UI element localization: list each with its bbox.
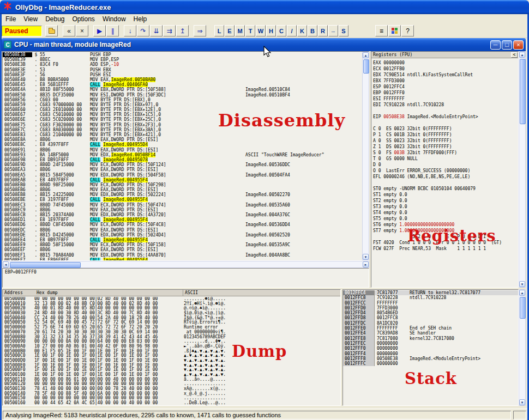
register-line[interactable]: D 0 xyxy=(373,162,518,168)
stack-row[interactable]: 0012FFE87C817080kernel32.7C817080 xyxy=(343,336,518,341)
stack-row[interactable]: 0012FFC87C910228ntdll.7C910228 xyxy=(343,295,518,300)
disasm-row[interactable]: 00508E3E.53PUSH EBX xyxy=(3,68,362,72)
disasm-row[interactable]: 00508E4A.8B1D 88F55000MOV EBX,DWORD PTR … xyxy=(3,87,362,92)
scrollbar-thumb[interactable] xyxy=(520,59,526,124)
disasm-row[interactable]: 00508ED1.E8 1E97F8FFCALL ImageRed.004955… xyxy=(3,217,362,222)
toolbar-letter-k[interactable]: K xyxy=(297,25,307,36)
stack-row[interactable]: 0012FFD48054B6ED xyxy=(343,311,518,315)
disasm-row[interactable]: 00508E50.8B35 DCF35000MOV ESI,DWORD PTR … xyxy=(3,93,362,98)
register-line[interactable]: ST5 empty 0.0 xyxy=(373,216,518,222)
stack-row[interactable]: 0012FFEC00000000 xyxy=(343,341,518,346)
menu-item-file[interactable]: File xyxy=(2,15,20,23)
animate-into-button[interactable]: ⇊ xyxy=(150,25,163,36)
disasm-row[interactable]: 00508E9D.8B0D 24F15000MOV ECX,DWORD PTR … xyxy=(3,162,362,167)
dump-row[interactable]: 0050016000 00 44 65 42 0A 4C 65|40 00 00… xyxy=(3,401,340,405)
register-line[interactable]: O 0 LastErr ERROR_SUCCESS (00000000) xyxy=(373,168,518,174)
disasm-row[interactable]: 00508E45.E8 56B1EFFFCALL ImageRed.00406F… xyxy=(3,82,362,87)
disasm-row[interactable]: 00508E38$55PUSH EBP xyxy=(3,52,362,57)
register-line[interactable] xyxy=(373,180,518,186)
toolbar-letter-e[interactable]: E xyxy=(225,25,235,36)
registers-collapse-button[interactable]: < xyxy=(511,52,518,58)
step-over-button[interactable]: ↷ xyxy=(137,25,149,36)
disasm-row[interactable]: 00508E93.BA 14BF5000MOV EDX,ImageRed.005… xyxy=(3,153,362,157)
disasm-row[interactable]: 00508E40.B8 B0BA5000MOV EAX,ImageRed.005… xyxy=(3,77,362,82)
disasm-row[interactable]: 00508E59.C683 97000000 00MOV BYTE PTR DS… xyxy=(3,102,362,107)
run-button[interactable]: ▶ xyxy=(93,25,106,36)
stack-row[interactable]: 0012FFE0FFFFFFFFEnd of SEH chain xyxy=(343,326,518,331)
scrollbar-thumb[interactable] xyxy=(363,59,369,74)
execute-till-return-button[interactable]: ↥ xyxy=(176,25,189,36)
stack-scrollbar[interactable]: ▲ ▼ xyxy=(519,289,526,406)
disasm-row[interactable]: 00508EEF.8B06MOV EAX,DWORD PTR DS:[ESI] xyxy=(3,247,362,252)
scrollbar-thumb[interactable] xyxy=(10,262,81,268)
disassembly-horizontal-scrollbar[interactable]: ◄ ► xyxy=(2,261,369,268)
register-line[interactable]: EBP 0012FFF0 xyxy=(373,90,518,96)
register-line[interactable]: Z 1 DS 0023 32bit 0(FFFFFFFF) xyxy=(373,144,518,150)
stack-row[interactable]: 0012FFE47C839AD8SE handler xyxy=(343,331,518,336)
toolbar-letter-b[interactable]: B xyxy=(308,25,317,36)
stack-row[interactable]: 0012FFD07FFD3000 xyxy=(343,306,518,311)
register-line[interactable]: EIP 00508E38 ImageRed.<ModuleEntryPoint> xyxy=(373,114,518,120)
stack-row[interactable]: 0012FFF000000000 xyxy=(343,346,518,351)
scroll-down-button[interactable]: ▼ xyxy=(363,254,369,260)
disasm-row[interactable]: 00508EAB.E8 4497F8FFCALL ImageRed.004955… xyxy=(3,178,362,182)
register-line[interactable] xyxy=(373,120,518,126)
register-line[interactable]: ST0 empty -UNORM BCBC 01050104 00640079 xyxy=(373,186,518,192)
disasm-row[interactable]: 00508E8C.E8 4397F8FFCALL ImageRed.004955… xyxy=(3,142,362,147)
register-line[interactable]: C 0 ES 0023 32bit 0(FFFFFFFF) xyxy=(373,126,518,132)
stack-row[interactable]: 0012FFFC00000000 xyxy=(343,361,518,366)
menu-item-options[interactable]: Options xyxy=(69,15,99,23)
windows-list-button[interactable]: ≡ xyxy=(375,25,388,36)
stack-row[interactable]: 0012FFC47C817077RETURN to kernel32.7C817… xyxy=(343,290,518,295)
open-file-button[interactable] xyxy=(45,25,58,36)
disasm-row[interactable]: 00508EF1.8B15 70A84A00MOV EDX,DWORD PTR … xyxy=(3,253,362,258)
menu-item-help[interactable]: Help xyxy=(130,15,151,23)
scroll-up-button[interactable]: ▲ xyxy=(519,290,525,296)
register-line[interactable]: ESI FFFFFFFF xyxy=(373,96,518,102)
help-button[interactable]: ? xyxy=(401,25,414,36)
menu-item-debug[interactable]: Debug xyxy=(41,15,68,23)
stack-row[interactable]: 0012FFCCFFFFFFFF xyxy=(343,301,518,306)
register-line[interactable]: EDX 7C90E514 ntdll.KiFastSystemCallRet xyxy=(373,72,518,78)
register-line[interactable]: ESP 0012FFC4 xyxy=(373,84,518,90)
toolbar-letter-c[interactable]: C xyxy=(276,25,286,36)
register-line[interactable]: EFL 00000246 (NO,NB,E,BE,NS,PE,GE,LE) xyxy=(373,174,518,180)
disasm-row[interactable]: 00508EF7.E8 F896F8FFCALL ImageRed.004955… xyxy=(3,258,362,260)
cpu-close-button[interactable]: × xyxy=(513,40,524,50)
disasm-row[interactable]: 00508EDC.8B06MOV EAX,DWORD PTR DS:[ESI] xyxy=(3,228,362,233)
register-line[interactable]: A 0 SS 0023 32bit 0(FFFFFFFF) xyxy=(373,138,518,144)
disasm-row[interactable]: 00508E91.8B06MOV EAX,DWORD PTR DS:[ESI] xyxy=(3,148,362,153)
cpu-minimize-button[interactable]: ─ xyxy=(490,40,501,50)
scroll-left-button[interactable]: ◄ xyxy=(3,261,9,267)
cpu-maximize-button[interactable]: □ xyxy=(502,40,512,50)
toolbar-letter-h[interactable]: H xyxy=(266,25,276,36)
disasm-row[interactable]: 00508ED6.8B0D C8F45000MOV ECX,DWORD PTR … xyxy=(3,222,362,227)
disasm-row[interactable]: 00508EB6.8B06MOV EAX,DWORD PTR DS:[ESI] xyxy=(3,187,362,192)
register-line[interactable]: EAX 00000000 xyxy=(373,60,518,66)
register-line[interactable]: P 1 CS 001B 32bit 0(FFFFFFFF) xyxy=(373,132,518,138)
disasm-row[interactable]: 00508E3F.56PUSH ESI xyxy=(3,72,362,77)
disasm-row[interactable]: 00508EA5.8B15 584F5000MOV EDX,DWORD PTR … xyxy=(3,173,362,178)
toolbar-letter-slash[interactable]: / xyxy=(287,25,297,36)
toolbar-letter-r[interactable]: R xyxy=(318,25,328,36)
register-line[interactable]: FCW 027F Prec NEAR,53 Mask 1 1 1 1 1 1 xyxy=(373,246,518,252)
step-into-button[interactable]: ↓ xyxy=(124,25,136,36)
stack-row[interactable]: 0012FFD80012FFC8 xyxy=(343,315,518,320)
close-program-button[interactable]: × xyxy=(76,25,88,36)
disassembly-vertical-scrollbar[interactable]: ▲ ▼ xyxy=(362,52,369,260)
registers-scrollbar[interactable]: ▲ ▼ xyxy=(519,51,526,288)
register-line[interactable]: ST1 empty 0.0 xyxy=(373,192,518,198)
appearance-button[interactable] xyxy=(388,25,401,36)
register-line[interactable]: ST4 empty 0.0 xyxy=(373,210,518,216)
toolbar-letter-l[interactable]: L xyxy=(214,25,224,36)
scroll-down-button[interactable]: ▼ xyxy=(519,281,525,287)
disasm-row[interactable]: 00508E39.8BECMOV EBP,ESP xyxy=(3,57,362,62)
animate-over-button[interactable]: ⇉ xyxy=(163,25,176,36)
disasm-row[interactable]: 00508ECB.8B15 20374A00MOV EDX,DWORD PTR … xyxy=(3,212,362,217)
disasm-row[interactable]: 00508EA3.8B06MOV EAX,DWORD PTR DS:[ESI] xyxy=(3,167,362,172)
disasm-row[interactable]: 00508EB8.8B15 24225000MOV EDX,DWORD PTR … xyxy=(3,192,362,197)
disasm-row[interactable]: 00508EE4.E8 0B97F8FFCALL ImageRed.004955… xyxy=(3,238,362,242)
disasm-row[interactable]: 00508EC9.8B06MOV EAX,DWORD PTR DS:[ESI] xyxy=(3,208,362,212)
disasm-row[interactable]: 00508E8A.8B06MOV EAX,DWORD PTR DS:[ESI] xyxy=(3,137,362,142)
go-to-button[interactable]: ⇒ xyxy=(194,25,206,36)
